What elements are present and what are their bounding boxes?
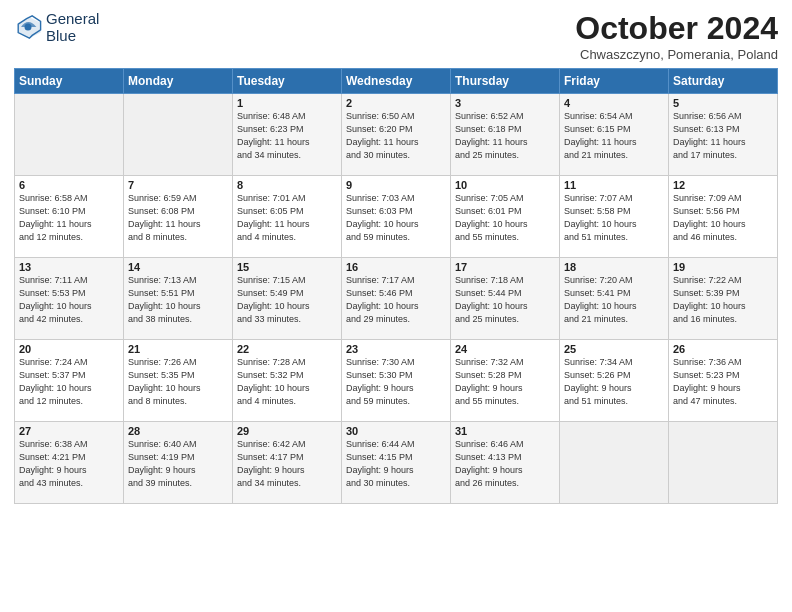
day-number: 7 [128, 179, 228, 191]
title-block: October 2024 Chwaszczyno, Pomerania, Pol… [575, 10, 778, 62]
day-cell: 11Sunrise: 7:07 AM Sunset: 5:58 PM Dayli… [560, 176, 669, 258]
day-detail: Sunrise: 6:58 AM Sunset: 6:10 PM Dayligh… [19, 192, 119, 244]
day-cell: 24Sunrise: 7:32 AM Sunset: 5:28 PM Dayli… [451, 340, 560, 422]
day-number: 15 [237, 261, 337, 273]
day-number: 9 [346, 179, 446, 191]
svg-point-3 [25, 24, 32, 31]
header-cell-thursday: Thursday [451, 69, 560, 94]
day-detail: Sunrise: 7:09 AM Sunset: 5:56 PM Dayligh… [673, 192, 773, 244]
header-cell-wednesday: Wednesday [342, 69, 451, 94]
day-cell: 1Sunrise: 6:48 AM Sunset: 6:23 PM Daylig… [233, 94, 342, 176]
day-detail: Sunrise: 7:15 AM Sunset: 5:49 PM Dayligh… [237, 274, 337, 326]
page: General Blue October 2024 Chwaszczyno, P… [0, 0, 792, 612]
day-number: 10 [455, 179, 555, 191]
day-cell: 27Sunrise: 6:38 AM Sunset: 4:21 PM Dayli… [15, 422, 124, 504]
day-number: 3 [455, 97, 555, 109]
day-detail: Sunrise: 7:17 AM Sunset: 5:46 PM Dayligh… [346, 274, 446, 326]
day-detail: Sunrise: 7:20 AM Sunset: 5:41 PM Dayligh… [564, 274, 664, 326]
day-cell: 15Sunrise: 7:15 AM Sunset: 5:49 PM Dayli… [233, 258, 342, 340]
month-title: October 2024 [575, 10, 778, 47]
day-cell: 3Sunrise: 6:52 AM Sunset: 6:18 PM Daylig… [451, 94, 560, 176]
day-number: 23 [346, 343, 446, 355]
day-number: 4 [564, 97, 664, 109]
week-row-2: 6Sunrise: 6:58 AM Sunset: 6:10 PM Daylig… [15, 176, 778, 258]
day-cell: 10Sunrise: 7:05 AM Sunset: 6:01 PM Dayli… [451, 176, 560, 258]
day-number: 28 [128, 425, 228, 437]
week-row-4: 20Sunrise: 7:24 AM Sunset: 5:37 PM Dayli… [15, 340, 778, 422]
day-number: 24 [455, 343, 555, 355]
logo-text: General Blue [46, 10, 99, 45]
day-cell: 22Sunrise: 7:28 AM Sunset: 5:32 PM Dayli… [233, 340, 342, 422]
day-number: 13 [19, 261, 119, 273]
calendar-table: SundayMondayTuesdayWednesdayThursdayFrid… [14, 68, 778, 504]
day-cell: 19Sunrise: 7:22 AM Sunset: 5:39 PM Dayli… [669, 258, 778, 340]
day-cell: 25Sunrise: 7:34 AM Sunset: 5:26 PM Dayli… [560, 340, 669, 422]
day-cell: 8Sunrise: 7:01 AM Sunset: 6:05 PM Daylig… [233, 176, 342, 258]
day-detail: Sunrise: 6:54 AM Sunset: 6:15 PM Dayligh… [564, 110, 664, 162]
day-number: 22 [237, 343, 337, 355]
header-cell-saturday: Saturday [669, 69, 778, 94]
day-number: 16 [346, 261, 446, 273]
day-number: 20 [19, 343, 119, 355]
day-detail: Sunrise: 7:07 AM Sunset: 5:58 PM Dayligh… [564, 192, 664, 244]
day-detail: Sunrise: 7:22 AM Sunset: 5:39 PM Dayligh… [673, 274, 773, 326]
week-row-3: 13Sunrise: 7:11 AM Sunset: 5:53 PM Dayli… [15, 258, 778, 340]
day-cell: 13Sunrise: 7:11 AM Sunset: 5:53 PM Dayli… [15, 258, 124, 340]
day-number: 27 [19, 425, 119, 437]
day-detail: Sunrise: 6:56 AM Sunset: 6:13 PM Dayligh… [673, 110, 773, 162]
day-number: 30 [346, 425, 446, 437]
day-cell: 14Sunrise: 7:13 AM Sunset: 5:51 PM Dayli… [124, 258, 233, 340]
day-detail: Sunrise: 6:46 AM Sunset: 4:13 PM Dayligh… [455, 438, 555, 490]
day-detail: Sunrise: 7:01 AM Sunset: 6:05 PM Dayligh… [237, 192, 337, 244]
day-cell: 5Sunrise: 6:56 AM Sunset: 6:13 PM Daylig… [669, 94, 778, 176]
day-cell: 12Sunrise: 7:09 AM Sunset: 5:56 PM Dayli… [669, 176, 778, 258]
week-row-1: 1Sunrise: 6:48 AM Sunset: 6:23 PM Daylig… [15, 94, 778, 176]
day-number: 26 [673, 343, 773, 355]
day-detail: Sunrise: 6:52 AM Sunset: 6:18 PM Dayligh… [455, 110, 555, 162]
day-cell: 31Sunrise: 6:46 AM Sunset: 4:13 PM Dayli… [451, 422, 560, 504]
day-number: 2 [346, 97, 446, 109]
header-cell-sunday: Sunday [15, 69, 124, 94]
header: General Blue October 2024 Chwaszczyno, P… [14, 10, 778, 62]
day-number: 21 [128, 343, 228, 355]
day-number: 6 [19, 179, 119, 191]
day-detail: Sunrise: 7:30 AM Sunset: 5:30 PM Dayligh… [346, 356, 446, 408]
day-detail: Sunrise: 7:32 AM Sunset: 5:28 PM Dayligh… [455, 356, 555, 408]
day-cell: 6Sunrise: 6:58 AM Sunset: 6:10 PM Daylig… [15, 176, 124, 258]
day-detail: Sunrise: 6:50 AM Sunset: 6:20 PM Dayligh… [346, 110, 446, 162]
day-cell: 23Sunrise: 7:30 AM Sunset: 5:30 PM Dayli… [342, 340, 451, 422]
day-number: 14 [128, 261, 228, 273]
day-cell [560, 422, 669, 504]
day-number: 1 [237, 97, 337, 109]
logo: General Blue [14, 10, 99, 45]
day-detail: Sunrise: 7:05 AM Sunset: 6:01 PM Dayligh… [455, 192, 555, 244]
day-cell: 16Sunrise: 7:17 AM Sunset: 5:46 PM Dayli… [342, 258, 451, 340]
calendar-header: SundayMondayTuesdayWednesdayThursdayFrid… [15, 69, 778, 94]
day-number: 31 [455, 425, 555, 437]
day-cell: 17Sunrise: 7:18 AM Sunset: 5:44 PM Dayli… [451, 258, 560, 340]
day-number: 29 [237, 425, 337, 437]
day-detail: Sunrise: 6:44 AM Sunset: 4:15 PM Dayligh… [346, 438, 446, 490]
day-detail: Sunrise: 6:48 AM Sunset: 6:23 PM Dayligh… [237, 110, 337, 162]
day-cell [15, 94, 124, 176]
week-row-5: 27Sunrise: 6:38 AM Sunset: 4:21 PM Dayli… [15, 422, 778, 504]
day-detail: Sunrise: 7:18 AM Sunset: 5:44 PM Dayligh… [455, 274, 555, 326]
day-detail: Sunrise: 7:24 AM Sunset: 5:37 PM Dayligh… [19, 356, 119, 408]
day-cell: 26Sunrise: 7:36 AM Sunset: 5:23 PM Dayli… [669, 340, 778, 422]
header-cell-monday: Monday [124, 69, 233, 94]
header-row: SundayMondayTuesdayWednesdayThursdayFrid… [15, 69, 778, 94]
day-detail: Sunrise: 7:13 AM Sunset: 5:51 PM Dayligh… [128, 274, 228, 326]
day-detail: Sunrise: 7:34 AM Sunset: 5:26 PM Dayligh… [564, 356, 664, 408]
calendar-body: 1Sunrise: 6:48 AM Sunset: 6:23 PM Daylig… [15, 94, 778, 504]
day-number: 5 [673, 97, 773, 109]
day-cell: 4Sunrise: 6:54 AM Sunset: 6:15 PM Daylig… [560, 94, 669, 176]
day-number: 17 [455, 261, 555, 273]
day-cell: 20Sunrise: 7:24 AM Sunset: 5:37 PM Dayli… [15, 340, 124, 422]
day-number: 12 [673, 179, 773, 191]
logo-icon [14, 13, 42, 41]
day-detail: Sunrise: 7:28 AM Sunset: 5:32 PM Dayligh… [237, 356, 337, 408]
day-detail: Sunrise: 6:40 AM Sunset: 4:19 PM Dayligh… [128, 438, 228, 490]
day-cell [124, 94, 233, 176]
day-cell: 30Sunrise: 6:44 AM Sunset: 4:15 PM Dayli… [342, 422, 451, 504]
day-number: 19 [673, 261, 773, 273]
